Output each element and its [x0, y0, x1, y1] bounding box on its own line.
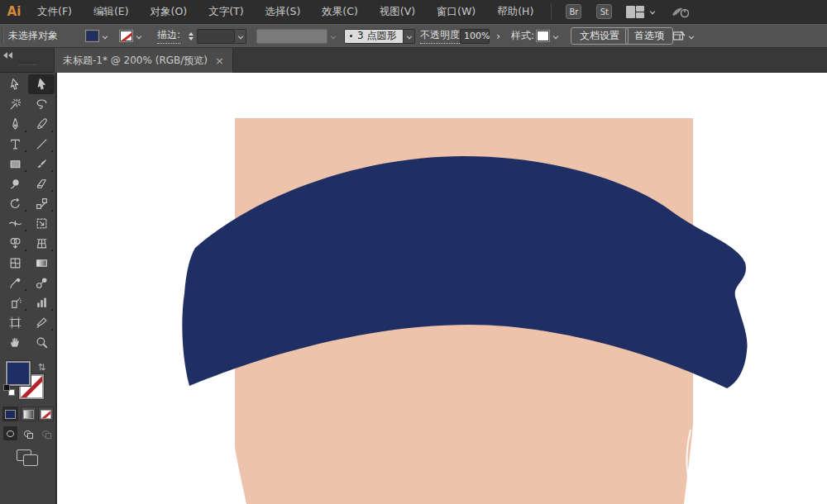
stroke-chevron-icon[interactable]	[135, 31, 143, 42]
tab-close-icon[interactable]: ×	[215, 55, 224, 66]
blend-icon	[35, 276, 49, 290]
paint-mode-row	[0, 407, 56, 421]
preferences-button[interactable]: 首选项	[625, 27, 673, 45]
style-swatch[interactable]	[536, 30, 550, 42]
menu-item-object[interactable]: 对象(O)	[140, 0, 198, 23]
menu-item-view[interactable]: 视图(V)	[369, 0, 426, 23]
draw-behind-button[interactable]	[21, 426, 35, 440]
pencil-icon	[35, 117, 49, 131]
workspace-switcher-icon[interactable]	[626, 6, 644, 18]
toolbar-fill-swatch[interactable]	[6, 361, 31, 386]
eyedropper-tool[interactable]	[2, 273, 28, 292]
document-tab-bar: 未标题-1* @ 200% (RGB/预览) ×	[0, 48, 827, 73]
blend-tool[interactable]	[28, 273, 55, 292]
pencil-tool[interactable]	[28, 114, 55, 134]
type-icon	[8, 137, 22, 151]
menu-item-help[interactable]: 帮助(H)	[486, 0, 544, 23]
pen-tool[interactable]	[2, 114, 28, 134]
document-setup-button[interactable]: 文档设置	[571, 27, 629, 45]
default-fill-stroke-icon[interactable]	[3, 384, 15, 396]
mesh-icon	[8, 256, 22, 270]
perspective-grid-tool[interactable]	[28, 233, 55, 253]
document-tab-title: 未标题-1* @ 200% (RGB/预览)	[63, 54, 208, 68]
lasso-tool[interactable]	[28, 94, 55, 114]
scale-tool[interactable]	[28, 193, 55, 213]
free-transform-icon	[35, 216, 49, 231]
color-paint-swatch	[5, 410, 16, 419]
symbol-sprayer-icon	[8, 296, 22, 310]
document-tab[interactable]: 未标题-1* @ 200% (RGB/预览) ×	[54, 48, 233, 73]
width-tool[interactable]	[2, 213, 28, 233]
brush-dropdown-icon[interactable]	[404, 29, 415, 44]
artboard-tool[interactable]	[2, 312, 28, 332]
mesh-tool[interactable]	[2, 253, 28, 273]
selection-tool[interactable]	[2, 74, 28, 94]
brush-dot-icon	[350, 35, 352, 37]
slice-icon	[35, 316, 49, 330]
menu-item-select[interactable]: 选择(S)	[255, 0, 312, 23]
gradient-paint-button[interactable]	[21, 407, 36, 421]
gradient-icon	[35, 256, 49, 270]
paintbrush-tool[interactable]	[28, 154, 55, 174]
fill-color-swatch[interactable]	[85, 30, 99, 42]
stroke-weight-stepper[interactable]	[189, 32, 194, 40]
brush-definition-label: 3 点圆形	[357, 29, 396, 43]
magic-wand-tool[interactable]	[2, 94, 28, 114]
selection-status-label: 未选择对象	[8, 29, 58, 43]
none-paint-button[interactable]	[38, 407, 54, 421]
dock-grip[interactable]	[19, 62, 37, 65]
stroke-weight-dropdown-icon[interactable]	[235, 29, 246, 44]
screen-mode-button[interactable]	[17, 449, 40, 468]
menu-item-type[interactable]: 文字(T)	[198, 0, 254, 23]
opacity-slider-arrow[interactable]: ›	[496, 30, 500, 42]
rotate-tool[interactable]	[2, 193, 28, 213]
cs-live-icon[interactable]	[669, 3, 691, 20]
artboard-canvas[interactable]	[57, 73, 827, 504]
workspace-chevron-icon[interactable]	[650, 9, 656, 15]
gradient-tool[interactable]	[28, 253, 55, 273]
selection-icon	[8, 78, 22, 92]
blob-brush-icon	[8, 177, 22, 191]
rectangle-tool[interactable]	[2, 154, 28, 174]
brush-definition-button[interactable]: 3 点圆形	[344, 29, 404, 44]
lasso-icon	[35, 97, 49, 112]
fill-chevron-icon[interactable]	[101, 31, 109, 42]
menu-item-effect[interactable]: 效果(C)	[311, 0, 368, 23]
menu-item-edit[interactable]: 编辑(E)	[83, 0, 140, 23]
control-panel-chevron-icon[interactable]	[687, 31, 696, 42]
free-transform-tool[interactable]	[28, 213, 55, 233]
blob-brush-tool[interactable]	[2, 174, 28, 193]
zoom-tool[interactable]	[28, 332, 55, 352]
opacity-label[interactable]: 不透明度:	[420, 28, 463, 44]
menu-item-file[interactable]: 文件(F)	[26, 0, 83, 23]
column-graph-tool[interactable]	[28, 292, 55, 312]
stroke-weight-label[interactable]: 描边:	[157, 28, 180, 44]
line-segment-tool[interactable]	[28, 134, 55, 154]
eraser-tool[interactable]	[28, 174, 55, 193]
st-badge[interactable]: St	[596, 4, 612, 19]
menu-bar: Ai 文件(F)编辑(E)对象(O)文字(T)选择(S)效果(C)视图(V)窗口…	[0, 0, 827, 24]
menu-item-window[interactable]: 窗口(W)	[426, 0, 486, 23]
swap-fill-stroke-icon[interactable]: ⇄	[36, 364, 47, 371]
style-chevron-icon[interactable]	[552, 31, 560, 42]
type-tool[interactable]	[2, 134, 28, 154]
rectangle-icon	[8, 157, 22, 171]
slice-tool[interactable]	[28, 312, 55, 332]
stroke-weight-field[interactable]	[197, 29, 235, 44]
stroke-color-swatch[interactable]	[119, 30, 133, 42]
control-bar-grip[interactable]	[2, 28, 4, 44]
symbol-sprayer-tool[interactable]	[2, 292, 28, 312]
direct-selection-tool[interactable]	[28, 74, 55, 94]
draw-normal-button[interactable]	[3, 426, 17, 440]
app-badges: BrSt	[558, 4, 619, 19]
face-edge-highlight	[692, 446, 696, 481]
opacity-input[interactable]: 100%	[464, 31, 490, 41]
collapse-panels-icon[interactable]	[3, 52, 12, 59]
br-badge[interactable]: Br	[566, 4, 581, 19]
hand-tool[interactable]	[2, 332, 28, 352]
shape-builder-tool[interactable]	[2, 233, 28, 253]
color-paint-button[interactable]	[2, 407, 18, 421]
none-icon	[41, 410, 51, 419]
hand-icon	[8, 335, 22, 349]
control-panel-menu-icon[interactable]	[672, 31, 686, 42]
